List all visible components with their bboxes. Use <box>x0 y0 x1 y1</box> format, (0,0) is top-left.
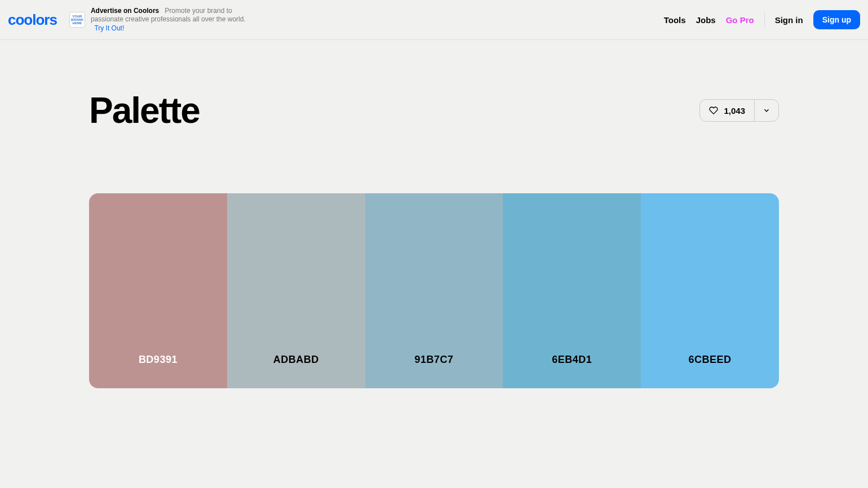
color-hex-label: 91B7C7 <box>414 354 453 366</box>
color-hex-label: ADBABD <box>273 354 319 366</box>
palette-actions: 1,043 <box>699 99 779 122</box>
color-swatch-2[interactable]: 91B7C7 <box>365 193 503 388</box>
title-row: Palette 1,043 <box>89 90 779 131</box>
color-swatch-1[interactable]: ADBABD <box>227 193 365 388</box>
ad-title: Advertise on Coolors <box>91 7 159 15</box>
nav-jobs[interactable]: Jobs <box>696 15 716 25</box>
color-hex-label: BD9391 <box>139 354 178 366</box>
page-title: Palette <box>89 90 200 131</box>
like-button[interactable]: 1,043 <box>700 100 754 121</box>
color-swatch-3[interactable]: 6EB4D1 <box>503 193 641 388</box>
advertise-block[interactable]: YOUR BRAND HERE Advertise on Coolors Pro… <box>69 7 249 33</box>
like-count: 1,043 <box>724 106 745 116</box>
color-hex-label: 6CBEED <box>689 354 732 366</box>
nav-right: Tools Jobs Go Pro Sign in Sign up <box>664 10 860 29</box>
nav-divider <box>764 12 765 28</box>
color-swatch-4[interactable]: 6CBEED <box>641 193 779 388</box>
color-swatch-0[interactable]: BD9391 <box>89 193 227 388</box>
color-hex-label: 6EB4D1 <box>552 354 592 366</box>
nav-sign-in[interactable]: Sign in <box>775 15 803 25</box>
main-content: Palette 1,043 BD9391ADBABD91B7C76EB4D16C… <box>89 40 779 388</box>
sign-up-button[interactable]: Sign up <box>813 10 860 29</box>
top-header: coolors YOUR BRAND HERE Advertise on Coo… <box>0 0 868 40</box>
actions-dropdown-button[interactable] <box>754 100 778 121</box>
nav-go-pro[interactable]: Go Pro <box>726 15 754 25</box>
palette: BD9391ADBABD91B7C76EB4D16CBEED <box>89 193 779 388</box>
ad-text: Advertise on Coolors Promote your brand … <box>91 7 249 33</box>
chevron-down-icon <box>763 107 770 114</box>
ad-try-link[interactable]: Try It Out! <box>94 24 124 32</box>
nav-tools[interactable]: Tools <box>664 15 686 25</box>
ad-brand-icon: YOUR BRAND HERE <box>69 12 85 28</box>
heart-icon <box>709 106 718 115</box>
logo[interactable]: coolors <box>8 11 57 29</box>
